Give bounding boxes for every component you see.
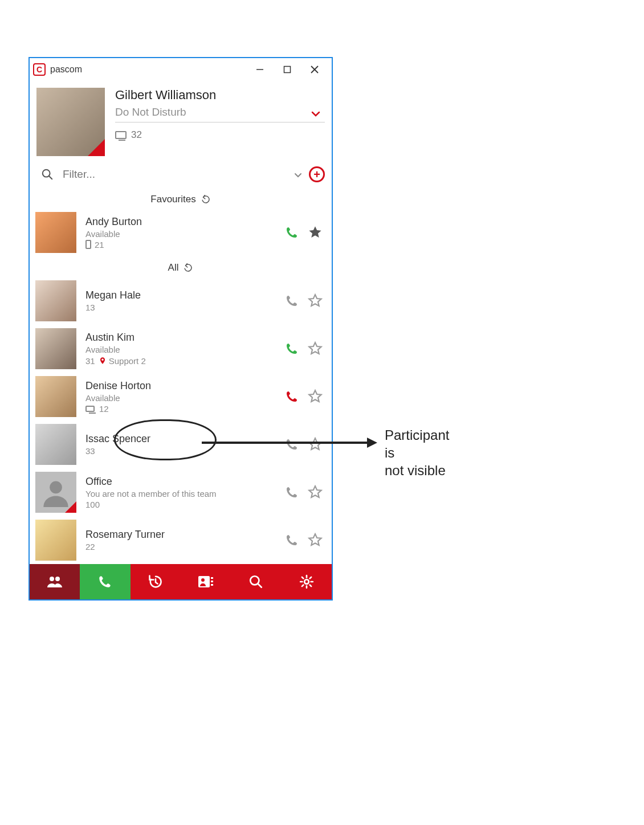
- phonebook-icon: [197, 574, 214, 589]
- section-favourites-label: Favourites: [150, 194, 195, 205]
- search-icon: [248, 574, 263, 589]
- nav-call[interactable]: [80, 564, 130, 599]
- filter-input[interactable]: [62, 168, 287, 181]
- contact-extension: 21: [85, 240, 285, 250]
- svg-point-6: [50, 481, 62, 494]
- contact-avatar: [35, 520, 76, 561]
- mobile-icon: [85, 240, 91, 249]
- annotation-text-line1: Participant is: [385, 427, 449, 460]
- phone-icon[interactable]: [285, 294, 299, 308]
- contact-item[interactable]: Andy Burton Available 21: [30, 209, 332, 256]
- bottom-nav: [30, 564, 332, 599]
- svg-line-15: [258, 583, 262, 587]
- svg-point-8: [55, 577, 60, 581]
- filter-row: +: [30, 161, 332, 188]
- close-icon: [310, 65, 319, 74]
- contacts-icon: [46, 574, 63, 589]
- contact-extension-value: 100: [85, 500, 100, 509]
- profile-header: Gilbert Williamson Do Not Disturb 32: [30, 81, 332, 161]
- phone-icon[interactable]: [285, 342, 299, 356]
- contact-status: Available: [85, 229, 285, 239]
- minimize-icon: [256, 66, 264, 73]
- contact-item[interactable]: Rosemary Turner 22: [30, 516, 332, 564]
- svg-line-22: [309, 585, 311, 586]
- contact-item[interactable]: Denise Horton Available 12: [30, 373, 332, 420]
- contact-item[interactable]: Office You are not a member of this team…: [30, 468, 332, 516]
- close-button[interactable]: [301, 59, 328, 80]
- contact-avatar: [35, 212, 76, 253]
- refresh-icon: [183, 263, 193, 273]
- contact-extension: 100: [85, 500, 285, 509]
- search-icon: [41, 168, 54, 181]
- contact-item[interactable]: Austin Kim Available 31 Support 2: [30, 325, 332, 373]
- my-avatar[interactable]: [36, 88, 105, 156]
- contact-name: Denise Horton: [85, 380, 285, 392]
- nav-phonebook[interactable]: [181, 564, 231, 599]
- star-outline-icon[interactable]: [308, 293, 323, 308]
- chevron-down-icon: [294, 173, 302, 178]
- location-icon: [99, 356, 107, 366]
- annotation-arrow: [202, 434, 378, 451]
- contact-extension-value: 12: [99, 404, 109, 414]
- star-outline-icon[interactable]: [308, 485, 323, 500]
- app-logo-letter: C: [36, 65, 42, 74]
- phone-icon[interactable]: [285, 390, 299, 403]
- contact-extension: 12: [85, 404, 285, 414]
- section-all[interactable]: All: [30, 256, 332, 277]
- profile-extension-value: 32: [131, 129, 142, 141]
- svg-rect-13: [211, 584, 213, 586]
- history-icon: [148, 574, 164, 590]
- contact-avatar: [35, 328, 76, 369]
- nav-settings[interactable]: [282, 564, 332, 599]
- app-title: pascom: [50, 64, 82, 75]
- contact-name: Austin Kim: [85, 332, 285, 344]
- chevron-down-icon: [311, 111, 320, 117]
- svg-line-21: [302, 577, 303, 578]
- svg-line-23: [302, 585, 303, 586]
- maximize-button[interactable]: [274, 59, 301, 80]
- star-outline-icon[interactable]: [308, 341, 323, 356]
- filter-dropdown[interactable]: [287, 169, 309, 181]
- maximize-icon: [283, 66, 291, 73]
- svg-point-10: [201, 578, 205, 582]
- nav-contacts[interactable]: [30, 564, 80, 599]
- app-logo: C: [33, 63, 46, 76]
- star-outline-icon[interactable]: [308, 389, 323, 404]
- annotation-text-line2: not visible: [385, 463, 446, 478]
- profile-extension: 32: [115, 129, 325, 141]
- minimize-button[interactable]: [246, 59, 274, 80]
- nav-history[interactable]: [131, 564, 181, 599]
- annotation-text: Participant is not visible: [385, 426, 449, 480]
- star-outline-icon[interactable]: [308, 533, 323, 548]
- contact-status: Available: [85, 345, 285, 354]
- plus-icon: +: [313, 169, 320, 180]
- contact-item[interactable]: Megan Hale 13: [30, 277, 332, 325]
- contact-name: Andy Burton: [85, 216, 285, 228]
- add-button[interactable]: +: [309, 166, 325, 182]
- phone-icon[interactable]: [285, 533, 299, 547]
- svg-line-5: [49, 176, 52, 179]
- nav-search[interactable]: [231, 564, 281, 599]
- contact-extension-value: 31: [85, 356, 95, 366]
- app-window: C pascom Gilbert Williamson Do Not Distu…: [28, 57, 333, 601]
- contact-extension: 13: [85, 303, 285, 312]
- refresh-icon: [201, 194, 211, 205]
- status-dropdown[interactable]: [305, 107, 325, 122]
- profile-name: Gilbert Williamson: [115, 88, 325, 103]
- contact-status: You are not a member of this team: [85, 489, 285, 499]
- profile-status[interactable]: Do Not Disturb: [115, 106, 305, 122]
- contact-name: Megan Hale: [85, 289, 285, 301]
- desktop-icon: [115, 131, 127, 139]
- phone-icon[interactable]: [285, 226, 299, 239]
- section-favourites[interactable]: Favourites: [30, 188, 332, 209]
- svg-point-16: [304, 579, 309, 584]
- gear-icon: [299, 574, 314, 589]
- star-filled-icon[interactable]: [308, 225, 323, 240]
- svg-line-24: [309, 577, 311, 578]
- phone-icon: [97, 574, 112, 589]
- svg-rect-1: [284, 67, 291, 73]
- phone-icon[interactable]: [285, 485, 299, 499]
- contact-location: Support 2: [109, 356, 146, 366]
- svg-point-7: [50, 577, 54, 581]
- contact-status: Available: [85, 393, 285, 403]
